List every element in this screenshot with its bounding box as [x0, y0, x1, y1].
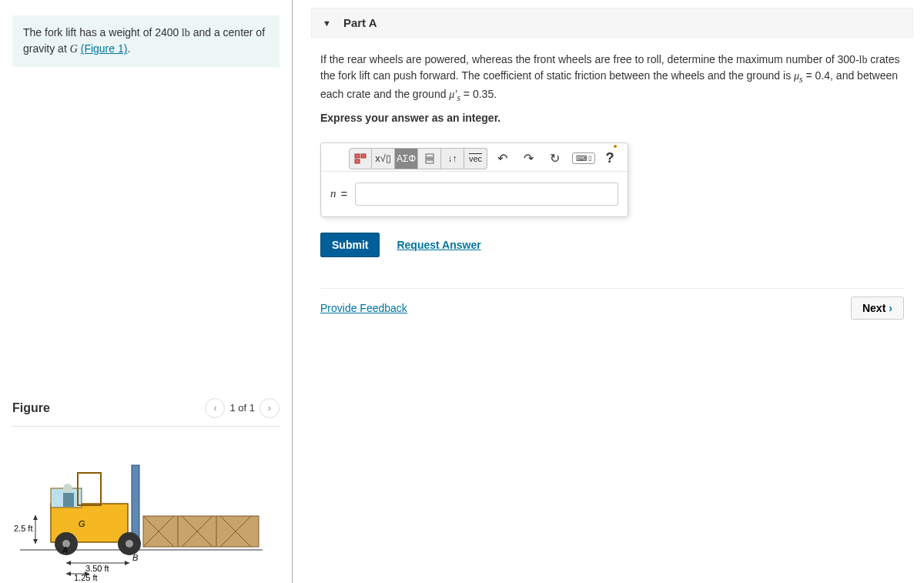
svg-rect-29: [355, 154, 360, 158]
answer-box: x√▯ ΑΣΦ ↓↑ vec: [320, 142, 628, 217]
problem-statement: The fork lift has a weight of 2400 lb an…: [12, 15, 280, 67]
svg-marker-22: [33, 539, 38, 544]
ps-cg: G: [70, 43, 78, 55]
equation-toolbar: x√▯ ΑΣΦ ↓↑ vec: [321, 143, 628, 172]
chevron-left-icon: ‹: [213, 403, 216, 414]
request-answer-link[interactable]: Request Answer: [397, 239, 480, 251]
chevron-right-icon: ›: [268, 403, 271, 414]
vec-label: vec: [469, 154, 482, 163]
undo-button[interactable]: ↶: [490, 148, 514, 169]
submit-button[interactable]: Submit: [320, 233, 380, 257]
svg-marker-27: [66, 571, 71, 576]
greek-label: ΑΣΦ: [397, 153, 416, 164]
svg-marker-25: [125, 561, 129, 565]
templates-icon: [354, 153, 367, 164]
svg-marker-21: [33, 515, 38, 520]
figure-prev-button[interactable]: ‹: [205, 398, 225, 418]
svg-point-4: [63, 484, 72, 493]
updown-icon: ↓↑: [448, 153, 457, 164]
figure-image: 2.5 ft A B G 3.50 ft 1.25 ft: [12, 450, 266, 581]
reset-button[interactable]: ↻: [543, 148, 566, 169]
ps-suffix: .: [127, 42, 130, 55]
redo-icon: ↷: [524, 151, 534, 166]
sqrt-icon: x√▯: [375, 152, 391, 164]
qt-cratew: 300: [838, 53, 855, 65]
figure-panel: Figure ‹ 1 of 1 ›: [12, 398, 280, 583]
figure-pager: ‹ 1 of 1 ›: [205, 398, 280, 418]
next-label: Next: [862, 302, 886, 314]
figure-link[interactable]: (Figure 1): [81, 42, 128, 55]
question-text: If the rear wheels are powered, whereas …: [320, 52, 904, 106]
sqrt-button[interactable]: x√▯: [372, 148, 395, 169]
svg-rect-5: [63, 493, 74, 507]
undo-icon: ↶: [497, 151, 507, 166]
pt-b: B: [132, 553, 138, 562]
redo-button[interactable]: ↷: [517, 148, 540, 169]
dim-h: 2.5 ft: [14, 524, 32, 533]
submit-label: Submit: [332, 239, 368, 251]
svg-point-10: [126, 540, 133, 548]
svg-rect-34: [426, 160, 434, 163]
answer-eq: =: [341, 187, 356, 200]
svg-rect-32: [426, 154, 434, 157]
qt-1: If the rear wheels are powered, whereas …: [320, 53, 838, 65]
ps-text-1: The fork lift has a weight of: [23, 26, 155, 39]
svg-rect-30: [361, 154, 366, 158]
svg-rect-31: [355, 159, 360, 163]
reset-icon: ↻: [550, 151, 560, 166]
pt-g: G: [79, 519, 85, 528]
fraction-icon: [424, 153, 435, 164]
answer-instruction: Express your answer as an integer.: [320, 112, 904, 124]
mu2v: = 0.35: [460, 88, 494, 100]
chevron-right-icon: ›: [889, 302, 892, 314]
help-button[interactable]: ?: [598, 148, 621, 169]
dim-d1: 3.50 ft: [85, 564, 109, 573]
keyboard-button[interactable]: ⌨▯: [572, 148, 595, 169]
vector-button[interactable]: vec: [464, 148, 487, 169]
pt-a: A: [62, 545, 68, 555]
qt-crateu: -lb: [855, 54, 868, 65]
part-a-header[interactable]: ▼ Part A: [311, 8, 913, 38]
answer-input[interactable]: [355, 183, 618, 206]
svg-rect-11: [143, 516, 259, 547]
figure-title: Figure: [12, 401, 50, 415]
next-button[interactable]: Next ›: [851, 297, 904, 320]
fraction-button[interactable]: [418, 148, 441, 169]
pin-icon: [614, 145, 617, 148]
figure-page-label: 1 of 1: [229, 402, 255, 414]
greek-button[interactable]: ΑΣΦ: [395, 148, 418, 169]
svg-marker-24: [66, 561, 71, 565]
subscript-button[interactable]: ↓↑: [441, 148, 464, 169]
answer-var: n: [330, 187, 341, 200]
part-a-title: Part A: [343, 16, 377, 29]
help-icon: ?: [606, 150, 614, 166]
provide-feedback-link[interactable]: Provide Feedback: [320, 302, 407, 314]
figure-next-button[interactable]: ›: [259, 398, 280, 418]
caret-down-icon: ▼: [323, 18, 331, 28]
keyboard-icon: ⌨▯: [572, 152, 595, 164]
templates-button[interactable]: [349, 148, 372, 169]
ps-weight: 2400: [155, 26, 179, 39]
mu1v: = 0.4: [803, 69, 830, 82]
qt-4: .: [494, 88, 497, 100]
ps-unit: lb: [179, 27, 189, 39]
svg-rect-6: [132, 465, 139, 542]
